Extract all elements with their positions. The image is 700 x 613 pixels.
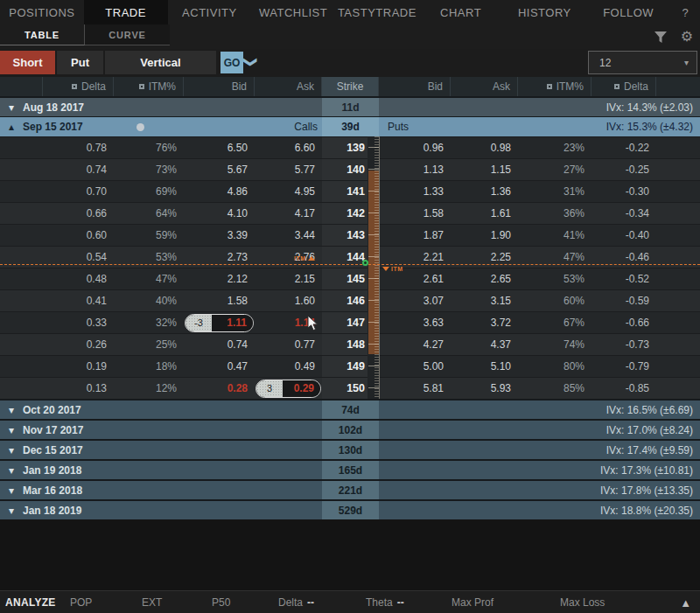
option-row-150[interactable]: 0.13 12% 0.28 3 0.29 150 5.81 5.93 85% -… [0, 377, 700, 399]
put-bid[interactable]: 1.58 [379, 203, 451, 224]
expiration-row-nov17[interactable]: ▾ Nov 17 2017 102d IVx: 17.0% (±8.24) [0, 419, 700, 439]
call-ask[interactable]: 4.95 [255, 181, 322, 202]
call-itm[interactable]: 59% [114, 225, 184, 246]
call-ask[interactable]: 2.15 [255, 268, 322, 289]
chevron-down-icon[interactable]: ▾ [0, 101, 23, 114]
leg-price[interactable]: 0.29 [283, 380, 320, 397]
call-bid[interactable]: 4.10 [184, 203, 255, 224]
tab-table[interactable]: TABLE [0, 24, 85, 45]
order-leg-pill-long[interactable]: 3 0.29 [256, 380, 321, 398]
strategy-button[interactable]: Vertical [105, 51, 216, 74]
call-delta[interactable]: 0.70 [43, 181, 114, 202]
col-strike[interactable]: Strike [322, 77, 379, 96]
put-ask[interactable]: 4.37 [451, 334, 518, 355]
tab-follow[interactable]: FOLLOW [586, 0, 670, 24]
put-delta[interactable]: -0.30 [592, 181, 656, 202]
option-row-141[interactable]: 0.70 69% 4.86 4.95 141 1.33 1.36 31% -0.… [0, 180, 700, 202]
call-bid[interactable]: 3.39 [184, 225, 255, 246]
col-put-bid[interactable]: Bid [379, 77, 451, 96]
put-itm[interactable]: 80% [518, 356, 592, 377]
put-delta[interactable]: -0.85 [592, 378, 656, 399]
expiration-row-mar16[interactable]: ▾ Mar 16 2018 221d IVx: 17.8% (±13.35) [0, 479, 700, 499]
call-itm[interactable]: 76% [114, 137, 184, 158]
call-bid[interactable]: 0.74 [184, 334, 255, 355]
expiration-row-dec15[interactable]: ▾ Dec 15 2017 130d IVx: 17.4% (±9.59) [0, 439, 700, 459]
put-ask[interactable]: 3.15 [451, 290, 518, 311]
col-call-ask[interactable]: Ask [255, 77, 322, 96]
option-row-148[interactable]: 0.26 25% 0.74 0.77 148 4.27 4.37 74% -0.… [0, 333, 700, 355]
call-delta[interactable]: 0.33 [43, 312, 114, 333]
call-delta[interactable]: 0.48 [43, 268, 114, 289]
expiration-row-aug18[interactable]: ▾ Aug 18 2017 11d IVx: 14.3% (±2.03) [0, 96, 700, 116]
put-delta[interactable]: -0.59 [592, 290, 656, 311]
call-bid[interactable]: 1.58 [184, 290, 255, 311]
side-button[interactable]: Short [0, 51, 55, 74]
put-itm[interactable]: 27% [518, 159, 592, 180]
call-ask[interactable]: 1.60 [255, 290, 322, 311]
put-itm[interactable]: 41% [518, 225, 592, 246]
chevron-down-icon[interactable]: ▾ [0, 444, 23, 456]
put-ask[interactable]: 1.61 [451, 203, 518, 224]
call-ask[interactable]: 0.49 [255, 356, 322, 377]
expiration-row-jan18-2019[interactable]: ▾ Jan 18 2019 529d IVx: 18.8% (±20.35) [0, 499, 700, 519]
option-row-147[interactable]: 0.33 32% -3 1.11 1.14 147 3.63 3.72 67% … [0, 311, 700, 333]
call-delta[interactable]: 0.66 [43, 203, 114, 224]
put-ask[interactable]: 1.36 [451, 181, 518, 202]
call-bid[interactable]: 2.12 [184, 268, 255, 289]
filter-icon[interactable] [654, 31, 667, 43]
call-itm[interactable]: 12% [114, 378, 184, 399]
chevron-down-icon[interactable]: ▾ [0, 505, 23, 517]
put-ask[interactable]: 1.90 [451, 225, 518, 246]
put-itm[interactable]: 36% [518, 203, 592, 224]
put-bid[interactable]: 1.13 [379, 159, 451, 180]
tab-curve[interactable]: CURVE [85, 24, 170, 45]
put-ask[interactable]: 3.72 [451, 312, 518, 333]
put-delta[interactable]: -0.79 [592, 356, 656, 377]
put-itm[interactable]: 60% [518, 290, 592, 311]
tab-positions[interactable]: POSITIONS [0, 0, 84, 24]
call-delta[interactable]: 0.78 [43, 137, 114, 158]
tab-chart[interactable]: CHART [419, 0, 503, 24]
call-ask[interactable]: 5.77 [255, 159, 322, 180]
strike-count-dropdown[interactable]: 12 ▾ [588, 51, 697, 74]
put-ask[interactable]: 5.10 [451, 356, 518, 377]
expiration-row-jan19[interactable]: ▾ Jan 19 2018 165d IVx: 17.3% (±10.81) [0, 459, 700, 479]
call-delta[interactable]: 0.13 [43, 378, 114, 399]
call-ask[interactable]: 6.60 [255, 137, 322, 158]
call-itm[interactable]: 73% [114, 159, 184, 180]
call-delta[interactable]: 0.26 [43, 334, 114, 355]
call-itm[interactable]: 18% [114, 356, 184, 377]
p50-metric[interactable]: P50 [212, 591, 230, 613]
put-delta[interactable]: -0.73 [592, 334, 656, 355]
option-row-149[interactable]: 0.19 18% 0.47 0.49 149 5.00 5.10 80% -0.… [0, 355, 700, 377]
call-ask[interactable]: 0.77 [255, 334, 322, 355]
col-call-itm[interactable]: ITM% [114, 77, 184, 96]
chevron-up-icon[interactable]: ▴ [0, 121, 23, 133]
chevron-down-icon[interactable]: ▾ [0, 424, 23, 436]
option-row-145[interactable]: 0.48 47% 2.12 2.15 145 2.61 2.65 53% -0.… [0, 268, 700, 289]
put-delta[interactable]: -0.22 [592, 137, 656, 158]
ext-metric[interactable]: EXT [142, 591, 162, 613]
call-delta[interactable]: 0.74 [43, 159, 114, 180]
call-bid[interactable]: 0.47 [184, 356, 255, 377]
go-button[interactable]: GO [220, 52, 243, 73]
call-ask[interactable]: 4.17 [255, 203, 322, 224]
put-bid[interactable]: 0.96 [379, 137, 451, 158]
call-itm[interactable]: 69% [114, 181, 184, 202]
call-itm[interactable]: 64% [114, 203, 184, 224]
put-itm[interactable]: 67% [518, 312, 592, 333]
option-row-142[interactable]: 0.66 64% 4.10 4.17 142 1.58 1.61 36% -0.… [0, 202, 700, 224]
expiration-row-oct20[interactable]: ▾ Oct 20 2017 74d IVx: 16.5% (±6.69) [0, 399, 700, 419]
put-itm[interactable]: 23% [518, 137, 592, 158]
put-bid[interactable]: 3.63 [379, 312, 451, 333]
option-kind-button[interactable]: Put [57, 51, 103, 74]
call-ask[interactable]: 3.44 [255, 225, 322, 246]
call-delta[interactable]: 0.19 [43, 356, 114, 377]
tab-watchlist[interactable]: WATCHLIST [251, 0, 335, 24]
call-itm[interactable]: 47% [114, 268, 184, 289]
analyze-button[interactable]: ANALYZE [5, 591, 56, 613]
col-call-delta[interactable]: Delta [43, 77, 114, 96]
leg-quantity-badge[interactable]: -3 [186, 315, 212, 331]
put-bid[interactable]: 4.27 [379, 334, 451, 355]
collapse-panel-button[interactable]: ▲ [680, 591, 691, 613]
